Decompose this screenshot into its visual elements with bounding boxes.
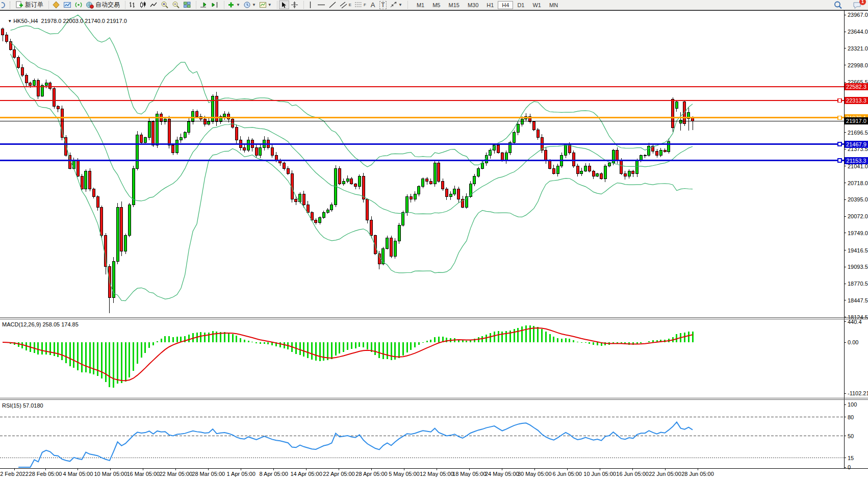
svg-text:18770.5: 18770.5 bbox=[848, 281, 868, 287]
svg-text:23967.0: 23967.0 bbox=[848, 12, 868, 18]
indicators-button[interactable]: ▼ bbox=[226, 1, 242, 9]
vertical-line-button[interactable] bbox=[305, 1, 316, 9]
chart-shift-icon bbox=[211, 1, 219, 9]
toolbar-separator bbox=[404, 1, 408, 9]
autotrade-icon bbox=[86, 1, 94, 9]
template-icon bbox=[259, 1, 267, 9]
svg-text:28 Jun 05:00: 28 Jun 05:00 bbox=[681, 471, 714, 477]
timeframe-button-H4[interactable]: H4 bbox=[498, 1, 513, 9]
clipped-icon bbox=[2, 2, 7, 9]
rsi-pane bbox=[0, 417, 844, 467]
candlestick-chart-icon bbox=[139, 1, 147, 9]
tile-windows-button[interactable] bbox=[182, 1, 192, 9]
svg-text:14 Apr 05:00: 14 Apr 05:00 bbox=[290, 471, 322, 477]
clock-icon bbox=[243, 1, 251, 9]
trendline-button[interactable] bbox=[327, 1, 338, 9]
price-axis[interactable]: 23967.023644.023321.022998.022665.521696… bbox=[844, 10, 868, 470]
zoom-out-icon bbox=[172, 1, 180, 9]
arrows-button[interactable]: ▼ bbox=[388, 1, 404, 9]
data-window-button[interactable] bbox=[62, 1, 73, 9]
svg-text:4 Mar 05:00: 4 Mar 05:00 bbox=[63, 471, 93, 477]
crosshair-button[interactable] bbox=[289, 1, 300, 9]
chart-shift-button[interactable] bbox=[209, 1, 220, 9]
svg-text:30 May 05:00: 30 May 05:00 bbox=[518, 471, 552, 477]
autoscroll-button[interactable] bbox=[198, 1, 209, 9]
chart-area[interactable]: 23967.023644.023321.022998.022665.521696… bbox=[0, 10, 868, 481]
timeframe-button-M30[interactable]: M30 bbox=[464, 1, 482, 9]
fibonacci-button[interactable]: F bbox=[353, 1, 368, 9]
text-button[interactable]: A bbox=[368, 1, 378, 9]
svg-text:16 Jun 05:00: 16 Jun 05:00 bbox=[616, 471, 649, 477]
svg-text:28 Mar 05:00: 28 Mar 05:00 bbox=[192, 471, 225, 477]
svg-text:24 May 05:00: 24 May 05:00 bbox=[485, 471, 519, 477]
timeframe-button-D1[interactable]: D1 bbox=[513, 1, 528, 9]
gold-box-icon bbox=[52, 1, 60, 9]
svg-text:23321.0: 23321.0 bbox=[848, 45, 868, 52]
svg-text:20072.0: 20072.0 bbox=[848, 213, 868, 219]
line-handle bbox=[838, 99, 841, 103]
indicators-plus-icon bbox=[227, 1, 235, 9]
market-button[interactable] bbox=[50, 1, 62, 9]
chart-candles-button[interactable] bbox=[138, 1, 148, 9]
svg-text:23644.0: 23644.0 bbox=[848, 29, 868, 35]
cursor-button[interactable] bbox=[279, 1, 289, 9]
timeframe-button-M5[interactable]: M5 bbox=[428, 1, 444, 9]
svg-text:-1102.21: -1102.21 bbox=[848, 390, 868, 396]
symbol-ohlc-text: HK50-,H4 21978.0 22003.0 21740.0 21917.0 bbox=[13, 18, 127, 24]
svg-text:21917.0: 21917.0 bbox=[846, 118, 866, 124]
svg-text:22 Apr 05:00: 22 Apr 05:00 bbox=[323, 471, 354, 477]
svg-text:10 Mar 05:00: 10 Mar 05:00 bbox=[94, 471, 127, 477]
svg-text:22 Mar 05:00: 22 Mar 05:00 bbox=[159, 471, 192, 477]
new-order-label: 新订单 bbox=[25, 1, 43, 9]
svg-text:18447.5: 18447.5 bbox=[848, 297, 868, 303]
periods-button[interactable]: ▼ bbox=[242, 1, 258, 9]
zoom-in-button[interactable] bbox=[159, 1, 170, 9]
new-order-icon bbox=[15, 1, 23, 9]
horizontal-line-button[interactable] bbox=[316, 1, 327, 9]
time-axis[interactable]: 2 Feb 202228 Feb 05:004 Mar 05:0010 Mar … bbox=[0, 468, 868, 477]
svg-text:21467.9: 21467.9 bbox=[846, 141, 866, 147]
equidistant-channel-button[interactable]: E bbox=[338, 1, 353, 9]
svg-text:100: 100 bbox=[848, 401, 857, 408]
svg-text:0: 0 bbox=[848, 464, 851, 470]
cursor-icon bbox=[280, 2, 287, 9]
svg-text:10 Jun 05:00: 10 Jun 05:00 bbox=[583, 471, 616, 477]
zoom-out-button[interactable] bbox=[170, 1, 182, 9]
symbol-dropdown-icon[interactable]: ▼ bbox=[8, 19, 12, 23]
bar-chart-icon bbox=[129, 1, 136, 9]
chart-line-button[interactable] bbox=[148, 1, 159, 9]
svg-text:21696.5: 21696.5 bbox=[848, 130, 868, 136]
channel-icon bbox=[340, 1, 349, 9]
signals-button[interactable] bbox=[73, 1, 84, 9]
search-button[interactable] bbox=[832, 1, 844, 9]
svg-text:19093.5: 19093.5 bbox=[848, 264, 868, 270]
level-lines[interactable] bbox=[0, 87, 844, 162]
svg-text:5 May 05:00: 5 May 05:00 bbox=[389, 471, 420, 477]
channel-e-glyph: E bbox=[349, 3, 351, 7]
timeframe-button-MN[interactable]: MN bbox=[545, 1, 562, 9]
macd-indicator-label: MACD(12,26,9) 258.05 174.85 bbox=[2, 321, 79, 327]
templates-button[interactable]: ▼ bbox=[258, 1, 273, 9]
timeframe-button-M1[interactable]: M1 bbox=[413, 1, 428, 9]
svg-text:80: 80 bbox=[848, 414, 854, 420]
bollinger-bands bbox=[11, 15, 693, 300]
new-order-button[interactable]: 新订单 bbox=[14, 1, 45, 9]
clipped-left-button[interactable] bbox=[0, 1, 8, 9]
text-label-button[interactable]: T bbox=[378, 1, 388, 9]
timeframe-button-H1[interactable]: H1 bbox=[482, 1, 498, 9]
svg-text:16 Mar 05:00: 16 Mar 05:00 bbox=[126, 471, 160, 477]
toolbar-separator bbox=[122, 1, 125, 9]
svg-text:22582.3: 22582.3 bbox=[846, 84, 866, 90]
chat-button[interactable]: 1 bbox=[851, 1, 863, 9]
svg-text:19749.0: 19749.0 bbox=[848, 230, 868, 236]
svg-text:18 May 05:00: 18 May 05:00 bbox=[452, 471, 487, 477]
svg-text:22 Jun 05:00: 22 Jun 05:00 bbox=[649, 471, 681, 477]
timeframe-button-W1[interactable]: W1 bbox=[528, 1, 545, 9]
data-window-icon bbox=[63, 1, 71, 9]
svg-text:19416.5: 19416.5 bbox=[848, 247, 868, 254]
timeframe-button-M15[interactable]: M15 bbox=[444, 1, 463, 9]
autotrade-button[interactable]: 自动交易 bbox=[84, 1, 121, 9]
chart-bars-button[interactable] bbox=[127, 1, 138, 9]
svg-text:21153.3: 21153.3 bbox=[847, 158, 866, 164]
label-t-glyph: T bbox=[379, 1, 386, 9]
